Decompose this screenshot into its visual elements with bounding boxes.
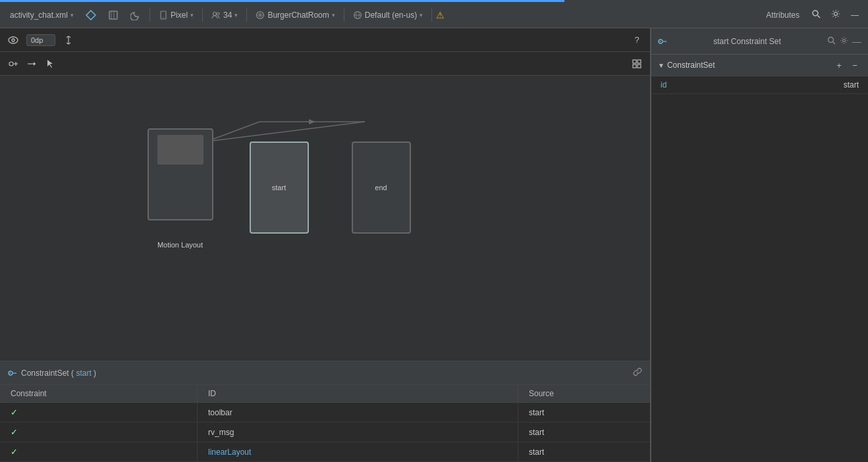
gear-icon <box>831 9 840 18</box>
search-icon <box>811 9 821 18</box>
cell-source-1: start <box>518 403 650 422</box>
right-gear-icon <box>840 36 848 45</box>
panel-section-header[interactable]: ▼ ConstraintSet + − <box>651 55 868 76</box>
transition-btn[interactable] <box>24 56 40 72</box>
prop-row-id: id start <box>651 76 868 94</box>
topbar-right: Attributes — <box>761 7 863 23</box>
blueprint-icon[interactable] <box>103 8 123 22</box>
file-name-item[interactable]: activity_chat.xml ▾ <box>5 9 78 22</box>
svg-rect-29 <box>633 64 636 68</box>
bottom-panel: ConstraintSet ( start ) Constraint ID So… <box>0 361 650 462</box>
offset-input-wrapper[interactable]: 0dp <box>26 34 55 46</box>
search-button[interactable] <box>807 7 825 23</box>
api-label: 34 <box>223 11 232 20</box>
layout-btn[interactable] <box>629 56 645 72</box>
start-label: start <box>272 184 286 192</box>
add-constraint-btn[interactable] <box>5 56 21 72</box>
topbar-sep-5 <box>431 9 432 22</box>
progress-bar <box>0 0 868 2</box>
constraint-set-icon <box>8 369 17 378</box>
col-source: Source <box>518 385 650 402</box>
svg-marker-0 <box>86 11 95 20</box>
svg-point-15 <box>9 37 18 43</box>
source-text-1: start <box>529 408 544 417</box>
svg-point-43 <box>843 39 846 41</box>
right-constraint-icon <box>658 37 667 46</box>
right-topbar: start Constraint Set — <box>651 28 868 55</box>
topbar-sep-2 <box>202 9 203 22</box>
theme-selector[interactable]: BurgerChatRoom ▾ <box>251 9 339 22</box>
svg-line-13 <box>818 16 821 18</box>
api-selector[interactable]: 34 ▾ <box>207 9 242 22</box>
people-icon <box>211 11 221 20</box>
table-row[interactable]: ✓ toolbar start <box>0 403 650 423</box>
right-settings-btn[interactable] <box>840 36 848 47</box>
eye-icon <box>8 36 18 44</box>
check-icon-2: ✓ <box>11 427 18 437</box>
eye-icon-btn[interactable] <box>5 32 21 48</box>
table-row[interactable]: ✓ rv_msg start <box>0 423 650 442</box>
section-remove-btn[interactable]: − <box>848 59 861 72</box>
start-node[interactable]: start <box>250 141 309 234</box>
bottom-link-btn[interactable] <box>633 367 642 378</box>
svg-line-31 <box>207 122 259 141</box>
canvas-wrapper: Motion Layout start end <box>128 89 523 273</box>
end-box: end <box>352 141 411 234</box>
canvas-toolbar <box>0 52 650 76</box>
section-actions: + − <box>832 59 861 72</box>
right-close-btn[interactable]: — <box>852 36 861 47</box>
device-selector[interactable]: Pixel ▾ <box>154 9 198 22</box>
section-add-btn[interactable]: + <box>832 59 846 72</box>
design-mode-icon[interactable] <box>81 8 101 22</box>
click-mode-btn[interactable] <box>42 56 58 72</box>
source-text-2: start <box>529 428 544 437</box>
cell-id-2: rv_msg <box>198 423 518 442</box>
main-layout: 0dp ? <box>0 28 868 462</box>
device-chevron: ▾ <box>190 12 194 18</box>
constraint-table: Constraint ID Source ✓ toolbar start <box>0 385 650 462</box>
bottom-cs-suffix: ) <box>92 369 96 378</box>
left-panel: 0dp ? <box>0 28 651 462</box>
warning-icon[interactable]: ⚠ <box>436 10 445 20</box>
bottom-cs-name: start <box>76 369 91 378</box>
col-id: ID <box>198 385 518 402</box>
table-row[interactable]: ✓ linearLayout start <box>0 442 650 462</box>
svg-rect-28 <box>637 60 641 63</box>
cell-source-2: start <box>518 423 650 442</box>
topbar-sep-4 <box>344 9 344 22</box>
canvas-toolbar-right <box>629 56 645 72</box>
end-node[interactable]: end <box>352 141 411 234</box>
svg-point-16 <box>12 39 14 41</box>
minimize-button[interactable]: — <box>847 8 863 22</box>
phone-icon <box>159 11 168 20</box>
canvas-area: Motion Layout start end <box>0 76 650 361</box>
device-label: Pixel <box>171 11 188 20</box>
diamond-icon <box>86 10 96 20</box>
motion-layout-node[interactable]: Motion Layout <box>148 128 213 250</box>
question-btn[interactable]: ? <box>629 32 645 48</box>
table-header: Constraint ID Source <box>0 385 650 403</box>
svg-rect-1 <box>109 11 117 19</box>
motion-layout-label: Motion Layout <box>148 240 213 250</box>
night-mode-icon[interactable] <box>126 8 146 22</box>
locale-chevron: ▾ <box>420 12 423 18</box>
offset-icon-btn[interactable] <box>61 32 76 48</box>
svg-line-42 <box>833 41 836 44</box>
theme-label: BurgerChatRoom <box>267 11 329 20</box>
cell-check-1: ✓ <box>0 403 198 422</box>
api-chevron: ▾ <box>234 12 238 18</box>
locale-selector[interactable]: Default (en-us) ▾ <box>348 9 427 22</box>
id-text-2: rv_msg <box>208 428 234 437</box>
right-search-icon <box>827 36 836 45</box>
file-name-label: activity_chat.xml <box>10 11 68 20</box>
svg-point-12 <box>813 11 818 16</box>
progress-bar-fill <box>0 0 564 2</box>
settings-button[interactable] <box>827 7 844 23</box>
file-chevron-icon: ▾ <box>70 12 74 18</box>
prop-value-id: start <box>844 80 859 90</box>
svg-point-22 <box>9 62 13 66</box>
topbar: activity_chat.xml ▾ Pixel ▾ 34 ▾ BurgerC… <box>0 2 868 28</box>
svg-point-6 <box>213 12 217 15</box>
add-constraint-icon <box>8 59 18 69</box>
right-search-btn[interactable] <box>827 36 836 47</box>
